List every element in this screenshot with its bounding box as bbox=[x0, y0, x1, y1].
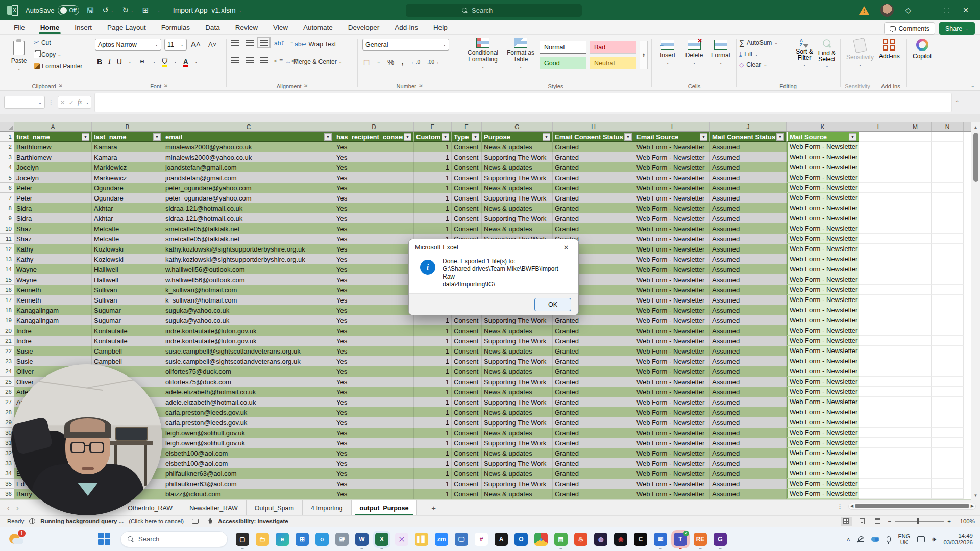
cell[interactable] bbox=[899, 254, 932, 264]
cell[interactable]: Kanagalingam bbox=[14, 305, 92, 315]
cell[interactable]: Consent bbox=[452, 458, 482, 468]
cell[interactable]: Yes bbox=[334, 305, 414, 315]
cell[interactable] bbox=[899, 397, 932, 407]
copilot-button[interactable]: Copilot bbox=[913, 39, 932, 60]
underline-button[interactable]: U bbox=[117, 58, 122, 66]
select-all-corner[interactable] bbox=[0, 122, 14, 131]
cell[interactable]: Web Form - Newsletter bbox=[787, 203, 859, 213]
tabsrow-overflow-icon[interactable]: ⋮ bbox=[837, 502, 843, 510]
cell[interactable] bbox=[899, 234, 932, 244]
cell[interactable]: Indre bbox=[14, 336, 92, 346]
cell[interactable]: Yes bbox=[334, 274, 414, 285]
ribbon-tab-page-layout[interactable]: Page Layout bbox=[101, 21, 153, 33]
cell[interactable]: carla.preston@leeds.gov.uk bbox=[163, 407, 334, 417]
cell[interactable]: Consent bbox=[452, 203, 482, 213]
table-header-Type[interactable]: Type▼ bbox=[452, 132, 482, 142]
excel-icon[interactable]: X bbox=[375, 533, 388, 546]
cell[interactable]: Wayne bbox=[14, 274, 92, 285]
cell[interactable]: Web Form - Newsletter bbox=[634, 254, 710, 264]
align-center-icon[interactable] bbox=[246, 57, 254, 63]
cell[interactable]: Web Form - Newsletter bbox=[787, 254, 859, 264]
cell[interactable]: Granted bbox=[553, 428, 634, 438]
cell[interactable]: Web Form - Newsletter bbox=[634, 458, 710, 468]
sort-filter-button[interactable]: AZ Sort & Filter⌄ bbox=[793, 39, 816, 67]
cell[interactable]: Sugumar bbox=[92, 305, 163, 315]
cell[interactable]: Assumed bbox=[710, 285, 787, 295]
cell[interactable]: 1 bbox=[414, 162, 452, 172]
cell[interactable] bbox=[859, 356, 899, 366]
cell[interactable]: Web Form - Newsletter bbox=[634, 162, 710, 172]
cell[interactable]: Yes bbox=[334, 417, 414, 428]
align-bottom-icon[interactable] bbox=[260, 40, 268, 46]
cell[interactable]: Granted bbox=[553, 366, 634, 377]
cell[interactable] bbox=[932, 325, 964, 336]
cell[interactable]: Kontautaite bbox=[92, 325, 163, 336]
addins-button[interactable]: Add-ins bbox=[879, 39, 900, 60]
zoom-level[interactable]: 100% bbox=[955, 518, 975, 524]
zoom-slider[interactable]: − + bbox=[888, 518, 951, 524]
warning-icon[interactable] bbox=[859, 6, 869, 15]
cell[interactable]: Metcalfe bbox=[92, 234, 163, 244]
cell[interactable] bbox=[859, 346, 899, 356]
underline-dropdown-icon[interactable]: ⌄ bbox=[128, 59, 132, 64]
vertical-scrollbar[interactable]: ▲ ▼ bbox=[971, 122, 980, 500]
cell[interactable]: Consent bbox=[452, 489, 482, 499]
vscode-icon[interactable]: ‹› bbox=[315, 533, 329, 546]
cell[interactable] bbox=[932, 397, 964, 407]
column-header-I[interactable]: I bbox=[634, 122, 710, 131]
cell[interactable]: Granted bbox=[553, 172, 634, 183]
cancel-entry-icon[interactable]: ✕ bbox=[60, 99, 65, 106]
row-header-15[interactable]: 15 bbox=[0, 274, 14, 285]
tray-expand-icon[interactable]: ˄ bbox=[847, 536, 850, 542]
font-name-select[interactable]: Aptos Narrow⌄ bbox=[95, 39, 161, 51]
delete-cells-button[interactable]: Delete⌄ bbox=[681, 40, 707, 65]
cell[interactable]: Jocelyn bbox=[14, 172, 92, 183]
row-header-24[interactable]: 24 bbox=[0, 366, 14, 377]
cell[interactable]: Granted bbox=[553, 162, 634, 172]
cell[interactable] bbox=[899, 193, 932, 203]
decrease-indent-icon[interactable]: ⇤≡ bbox=[274, 57, 283, 64]
cell[interactable] bbox=[899, 438, 932, 448]
cell[interactable]: 1 bbox=[414, 458, 452, 468]
quick-print-icon[interactable]: ⊞ bbox=[142, 6, 149, 15]
cell[interactable]: Web Form - Newsletter bbox=[634, 172, 710, 183]
cell[interactable]: Consent bbox=[452, 356, 482, 366]
cell[interactable]: 1 bbox=[414, 336, 452, 346]
row-header-23[interactable]: 23 bbox=[0, 356, 14, 366]
filter-icon[interactable]: ▼ bbox=[700, 133, 707, 141]
cell[interactable]: Barthlomew bbox=[14, 142, 92, 152]
flame-icon[interactable]: ♨ bbox=[574, 533, 587, 546]
cell[interactable]: Web Form - Newsletter bbox=[634, 295, 710, 305]
cell[interactable]: Granted bbox=[553, 346, 634, 356]
cell[interactable]: Consent bbox=[452, 417, 482, 428]
outlook-icon[interactable]: O bbox=[514, 533, 528, 546]
table-header-email[interactable]: email▼ bbox=[163, 132, 334, 142]
cell[interactable]: Consent bbox=[452, 193, 482, 203]
cell[interactable]: 1 bbox=[414, 142, 452, 152]
clock[interactable]: 14:4903/03/2026 bbox=[943, 533, 973, 546]
cell[interactable]: Kozlowski bbox=[92, 244, 163, 254]
comma-style-icon[interactable]: , bbox=[401, 57, 403, 66]
ribbon-tab-help[interactable]: Help bbox=[427, 21, 454, 33]
cell[interactable] bbox=[859, 213, 899, 223]
find-select-button[interactable]: Find & Select⌄ bbox=[816, 39, 838, 68]
column-header-J[interactable]: J bbox=[710, 122, 787, 131]
cell[interactable] bbox=[859, 223, 899, 234]
cell[interactable] bbox=[932, 377, 964, 387]
cell[interactable]: Web Form - Newsletter bbox=[634, 223, 710, 234]
cell[interactable] bbox=[932, 234, 964, 244]
cell[interactable]: News & updates bbox=[482, 142, 553, 152]
cell[interactable]: 1 bbox=[414, 193, 452, 203]
cell[interactable] bbox=[859, 438, 899, 448]
cell[interactable]: k_sullivan@hotmail.com bbox=[163, 285, 334, 295]
horizontal-scroll-thumb[interactable] bbox=[855, 504, 969, 508]
cell[interactable]: Web Form - Newsletter bbox=[634, 315, 710, 325]
power-bi-icon[interactable]: ▌▋ bbox=[415, 533, 428, 546]
cell[interactable] bbox=[859, 315, 899, 325]
cell[interactable]: Assumed bbox=[710, 152, 787, 162]
shrink-font-button[interactable]: A˅ bbox=[208, 41, 216, 48]
cell[interactable]: Granted bbox=[553, 377, 634, 387]
weather-widget[interactable]: 1 bbox=[8, 531, 26, 548]
cell[interactable] bbox=[899, 285, 932, 295]
cell[interactable]: Consent bbox=[452, 428, 482, 438]
